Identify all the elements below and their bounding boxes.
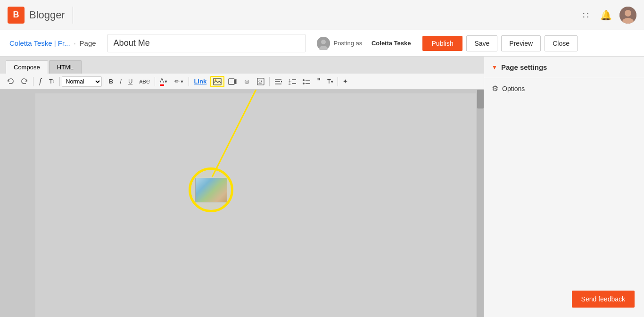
more-options-button[interactable]: ✦ bbox=[340, 76, 351, 86]
emoji-button[interactable]: ☺ bbox=[240, 76, 253, 87]
notification-bell-icon[interactable]: 🔔 bbox=[596, 6, 616, 25]
strikethrough-button[interactable]: ABC bbox=[136, 77, 153, 86]
numbered-list-button[interactable]: 1.2. bbox=[286, 77, 299, 86]
redo-button[interactable] bbox=[18, 76, 31, 87]
page-title-input[interactable] bbox=[107, 34, 305, 52]
editor-tabs: Compose HTML bbox=[0, 57, 484, 74]
align-button[interactable] bbox=[272, 77, 285, 86]
user-avatar[interactable] bbox=[619, 7, 636, 24]
gear-icon: ⚙ bbox=[492, 84, 498, 93]
tab-html[interactable]: HTML bbox=[49, 60, 82, 74]
posting-as-label: Posting as bbox=[334, 40, 363, 47]
options-label: Options bbox=[502, 85, 525, 92]
svg-point-1 bbox=[625, 10, 631, 17]
image-button[interactable] bbox=[210, 76, 224, 87]
posting-avatar bbox=[317, 37, 330, 50]
svg-text:1.: 1. bbox=[289, 79, 291, 82]
bold-button[interactable]: B bbox=[106, 76, 116, 86]
font-color-button[interactable]: A ▼ bbox=[157, 75, 171, 87]
nav-divider bbox=[73, 7, 73, 24]
toolbar-divider-7 bbox=[338, 77, 338, 86]
writing-area[interactable] bbox=[0, 90, 484, 317]
quote-button[interactable]: " bbox=[314, 76, 323, 87]
blogger-icon: B bbox=[8, 7, 25, 24]
svg-text:2.: 2. bbox=[289, 82, 291, 85]
font-family-button[interactable]: ƒ bbox=[35, 76, 45, 87]
toolbar-divider-4 bbox=[155, 77, 155, 86]
breadcrumb-separator: · bbox=[74, 40, 76, 47]
editor-main: Compose HTML ƒ T↕ Normal Heading 1 Headi… bbox=[0, 57, 484, 317]
page-settings-header[interactable]: ▼ Page settings bbox=[484, 57, 644, 78]
editor-container: Compose HTML ƒ T↕ Normal Heading 1 Headi… bbox=[0, 57, 644, 317]
special-chars-button[interactable]: Ω bbox=[254, 76, 267, 87]
page-settings-title: Page settings bbox=[501, 63, 547, 71]
font-size-button[interactable]: T↕ bbox=[46, 76, 58, 86]
app-name: Blogger bbox=[29, 9, 65, 21]
link-button[interactable]: Link bbox=[191, 76, 209, 86]
save-button[interactable]: Save bbox=[466, 35, 497, 51]
publish-button[interactable]: Publish bbox=[422, 36, 463, 51]
nav-right: ∷ 🔔 bbox=[579, 6, 636, 25]
posting-as-name: Coletta Teske bbox=[372, 40, 411, 47]
sidebar: ▼ Page settings ⚙ Options bbox=[484, 57, 644, 317]
toolbar-divider-1 bbox=[33, 77, 33, 86]
remove-format-button[interactable]: Tx bbox=[324, 76, 336, 86]
posting-as-section: Posting as Coletta Teske bbox=[317, 37, 411, 50]
close-button[interactable]: Close bbox=[545, 35, 578, 51]
video-button[interactable] bbox=[225, 77, 239, 86]
svg-text:Ω: Ω bbox=[258, 79, 262, 84]
toolbar-divider-5 bbox=[189, 77, 189, 86]
svg-point-18 bbox=[303, 79, 305, 81]
toolbar-divider-2 bbox=[59, 77, 60, 86]
bullet-list-button[interactable] bbox=[300, 77, 313, 86]
svg-point-4 bbox=[321, 40, 326, 44]
breadcrumb-page-label: Page bbox=[80, 39, 96, 47]
send-feedback-button[interactable]: Send feedback bbox=[572, 291, 635, 308]
breadcrumb-bar: Coletta Teske | Fr... · Page Posting as … bbox=[0, 30, 644, 57]
toolbar-divider-3 bbox=[104, 77, 104, 86]
highlight-color-button[interactable]: ✏ ▼ bbox=[172, 76, 187, 86]
breadcrumb-blog-link[interactable]: Coletta Teske | Fr... bbox=[9, 39, 70, 47]
grid-icon[interactable]: ∷ bbox=[579, 6, 593, 25]
preview-button[interactable]: Preview bbox=[501, 35, 541, 51]
svg-rect-8 bbox=[229, 79, 234, 84]
toolbar-divider-6 bbox=[269, 77, 270, 86]
top-nav-bar: B Blogger ∷ 🔔 bbox=[0, 0, 644, 30]
undo-button[interactable] bbox=[4, 76, 17, 87]
page-area bbox=[35, 93, 476, 317]
blogger-logo[interactable]: B Blogger bbox=[8, 7, 65, 24]
toolbar: ƒ T↕ Normal Heading 1 Heading 2 Heading … bbox=[0, 74, 484, 90]
format-select[interactable]: Normal Heading 1 Heading 2 Heading 3 Hea… bbox=[62, 76, 102, 87]
tab-compose[interactable]: Compose bbox=[6, 60, 48, 74]
underline-button[interactable]: U bbox=[125, 76, 135, 86]
italic-button[interactable]: I bbox=[117, 76, 124, 86]
svg-point-19 bbox=[303, 83, 305, 84]
triangle-icon: ▼ bbox=[492, 64, 497, 71]
scrollbar[interactable] bbox=[477, 90, 484, 317]
options-row[interactable]: ⚙ Options bbox=[484, 78, 644, 99]
